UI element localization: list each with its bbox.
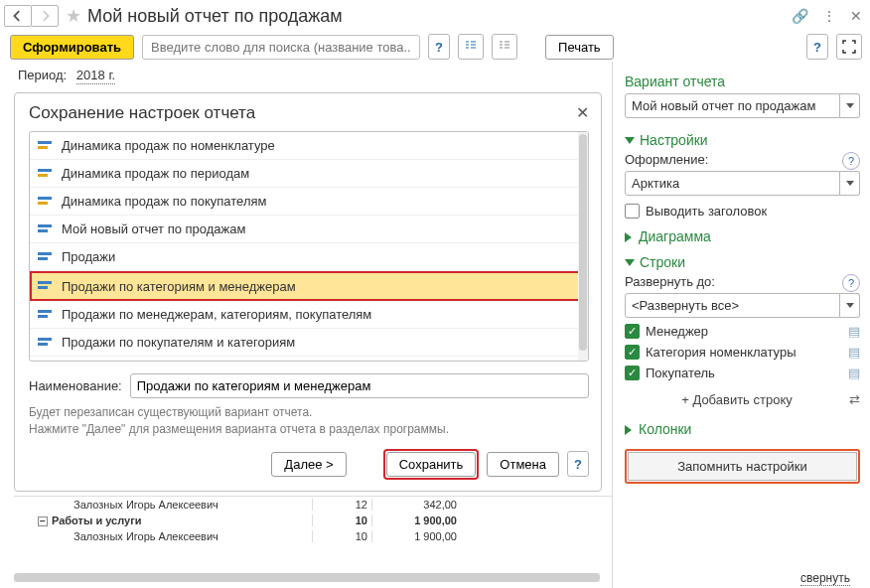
rows-help-icon[interactable]: ? [842,274,860,292]
kebab-menu-icon[interactable]: ⋮ [822,8,836,24]
nav-forward-button[interactable] [31,5,59,27]
collapse-panel-link[interactable]: свернуть [800,571,850,586]
nav-back-button[interactable] [4,5,32,27]
variant-list-label: Динамика продаж по номенклатуре [62,138,275,153]
add-row-button[interactable]: + Добавить строку [681,392,793,407]
dialog-help-button[interactable]: ? [567,451,589,477]
expand-select[interactable]: <Развернуть все> [625,293,840,318]
variant-list-item[interactable]: Динамика продаж по номенклатуре [30,132,588,160]
fullscreen-button[interactable] [836,34,862,60]
hint-line-1: Будет перезаписан существующий вариант о… [29,404,589,421]
variant-list-item[interactable]: Продажи по категориям и менеджерам [30,271,588,301]
variant-section-title: Вариант отчета [625,74,860,89]
run-button[interactable]: Сформировать [10,35,134,60]
design-select[interactable]: Арктика [625,171,840,196]
manager-struct-icon[interactable]: ▤ [848,324,860,339]
expand-dropdown-icon[interactable] [840,293,860,318]
variant-list-label: Динамика продаж по периодам [62,166,249,181]
show-title-checkbox[interactable] [625,204,640,219]
expand-label: Развернуть до: [625,274,715,289]
report-variant-icon [38,197,52,207]
report-variant-icon [38,338,52,348]
remember-settings-button[interactable]: Запомнить настройки [628,452,857,481]
show-title-label: Выводить заголовок [646,204,767,219]
report-variant-icon [38,141,52,151]
period-label: Период: [18,68,67,82]
expand-groups-button[interactable] [458,34,484,60]
period-value[interactable]: 2018 г. [76,68,115,84]
settings-panel: Вариант отчета Мой новый отчет по продаж… [612,62,870,588]
variants-list: Динамика продаж по номенклатуреДинамика … [29,131,589,362]
columns-section-title[interactable]: Колонки [625,421,860,437]
variant-list-item[interactable]: Динамика продаж по покупателям [30,188,588,216]
variant-list-item[interactable]: Динамика продаж по периодам [30,160,588,188]
search-input[interactable] [142,35,420,60]
print-button[interactable]: Печать [545,35,614,60]
table-row: Залозных Игорь Алексеевич101 900,00 [14,528,612,544]
variant-select[interactable]: Мой новый отчет по продажам [625,93,840,118]
close-icon[interactable]: ✕ [850,8,862,24]
help-search-button[interactable]: ? [428,34,450,60]
settings-help-icon[interactable]: ? [842,152,860,170]
list-scrollbar[interactable] [578,132,588,361]
dialog-close-icon[interactable]: ✕ [576,103,589,122]
variant-list-item[interactable]: Продажи по покупателям и категориям [30,329,588,357]
shuffle-icon[interactable]: ⇄ [849,392,860,407]
category-checkbox[interactable]: ✓ [625,345,640,360]
page-title: Мой новый отчет по продажам [87,6,792,27]
variant-list-label: Продажи по менеджерам, категориям, покуп… [62,307,371,322]
report-variant-icon [38,252,52,262]
settings-section-title[interactable]: Настройки [625,132,860,148]
variant-list-label: Мой новый отчет по продажам [62,221,245,236]
buyer-struct-icon[interactable]: ▤ [848,366,860,380]
variant-list-label: Динамика продаж по покупателям [62,194,266,209]
save-settings-dialog: Сохранение настроек отчета ✕ Динамика пр… [14,92,602,492]
category-struct-icon[interactable]: ▤ [848,345,860,360]
tree-collapse-icon[interactable]: − [38,516,48,526]
variant-list-label: Продажи по покупателям и категориям [62,335,295,350]
variant-dropdown-icon[interactable] [840,93,860,118]
hint-line-2: Нажмите "Далее" для размещения варианта … [29,421,589,438]
name-input[interactable] [130,373,589,398]
design-dropdown-icon[interactable] [840,171,860,196]
link-icon[interactable]: 🔗 [792,8,808,24]
next-button[interactable]: Далее > [271,452,346,477]
bottom-scrollbar[interactable] [14,573,600,582]
diagram-section-title[interactable]: Диаграмма [625,228,860,244]
design-label: Оформление: [625,152,708,167]
category-label: Категория номенклатуры [646,345,797,360]
report-table-fragment: Залозных Игорь Алексеевич12342,00−Работы… [14,496,612,544]
report-variant-icon [38,169,52,179]
save-button[interactable]: Сохранить [386,452,477,477]
cancel-button[interactable]: Отмена [487,452,559,477]
table-row: Залозных Игорь Алексеевич12342,00 [14,497,612,513]
report-variant-icon [38,224,52,234]
variant-list-item[interactable]: Продажи [30,243,588,271]
collapse-groups-button[interactable] [492,34,517,60]
manager-label: Менеджер [646,324,708,339]
dialog-title: Сохранение настроек отчета [29,103,589,123]
report-variant-icon [38,281,52,291]
table-row: −Работы и услуги101 900,00 [14,513,612,528]
period-row: Период: 2018 г. [14,62,612,92]
variant-list-item[interactable]: Мой новый отчет по продажам [30,216,588,243]
favorite-star-icon[interactable]: ★ [66,5,81,27]
buyer-label: Покупатель [646,366,715,380]
name-field-label: Наименование: [29,378,122,393]
variant-list-item[interactable]: Продажи по менеджерам, категориям, покуп… [30,301,588,329]
manager-checkbox[interactable]: ✓ [625,324,640,339]
rows-section-title[interactable]: Строки [625,254,860,270]
buyer-checkbox[interactable]: ✓ [625,366,640,380]
variant-list-label: Продажи по категориям и менеджерам [62,279,296,294]
variant-list-label: Продажи [62,249,115,264]
help-button[interactable]: ? [806,34,828,60]
report-variant-icon [38,310,52,320]
